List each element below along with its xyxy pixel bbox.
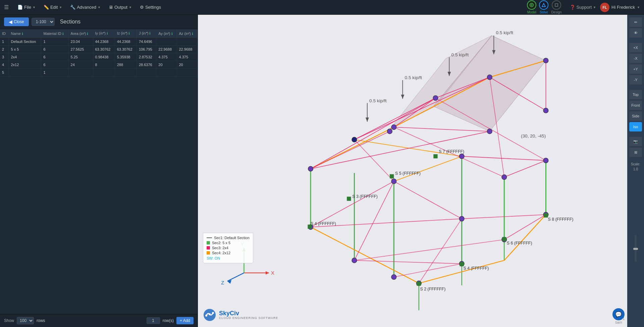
settings-menu[interactable]: ⚙ Settings <box>137 3 164 11</box>
svg-text:S 4 (FFFFFF): S 4 (FFFFFF) <box>311 221 336 226</box>
support-button[interactable]: ❓ Support ▼ <box>570 5 596 10</box>
panel-title: Sections <box>60 19 80 25</box>
edit-menu[interactable]: ✏️ Edit ▼ <box>40 3 65 11</box>
right-toolbar: ✏ 👁 +X -X +Y -Y Top Front Side Iso 📷 ⊞ S… <box>627 15 644 327</box>
svg-rect-3 <box>555 4 558 6</box>
cell-iz: 5.35938 <box>115 53 137 61</box>
add-button[interactable]: + Add <box>176 317 194 324</box>
svg-line-22 <box>394 156 462 181</box>
j-info-icon[interactable]: ℹ <box>149 32 151 35</box>
cell-area <box>68 69 93 76</box>
hamburger-menu[interactable]: ☰ <box>4 4 9 10</box>
cell-mat: 1 <box>41 38 68 46</box>
chat-button[interactable]: 💬 <box>612 308 625 320</box>
cell-iz: 63.30762 <box>115 46 137 53</box>
svg-point-68 <box>387 129 392 134</box>
plus-y-button[interactable]: +Y <box>629 64 642 74</box>
plus-x-button[interactable]: +X <box>629 43 642 52</box>
cell-name: 5 x 5 <box>9 46 41 53</box>
advanced-menu[interactable]: 🔧 Advanced ▼ <box>67 3 104 11</box>
eye-tool-button[interactable]: 👁 <box>629 28 642 38</box>
rows-per-page-selector[interactable]: 100 <box>17 317 34 324</box>
scale-label: Scale: <box>631 162 640 166</box>
svg-point-76 <box>352 258 357 263</box>
col-area: Area (in²) ℹ <box>68 29 93 38</box>
table-row[interactable]: 32x465.250.984385.359382.875324.3754.375 <box>0 53 198 61</box>
range-selector[interactable]: 1-100 <box>32 18 55 26</box>
svg-rect-89 <box>544 213 548 217</box>
row-number-input[interactable] <box>147 317 160 324</box>
iy-info-icon[interactable]: ℹ <box>107 32 108 35</box>
mat-info-icon[interactable]: ℹ <box>62 32 64 36</box>
svg-line-25 <box>311 131 390 169</box>
svg-point-65 <box>487 75 492 80</box>
iso-view-button[interactable]: Iso <box>629 122 642 131</box>
cell-id: 4 <box>0 61 9 69</box>
svg-text:S 4 (FFFFFF): S 4 (FFFFFF) <box>464 266 489 271</box>
grid-button[interactable]: ⊞ <box>629 148 642 157</box>
cell-id: 2 <box>0 46 9 53</box>
cell-mat: 1 <box>41 69 68 76</box>
cell-name <box>9 69 41 76</box>
output-menu[interactable]: 🖥 Output ▼ <box>105 3 135 11</box>
file-menu[interactable]: 📄 File ▼ <box>14 3 39 11</box>
svg-point-73 <box>459 216 464 221</box>
table-row[interactable]: 25 x 5627.562563.3076263.30762106.79522.… <box>0 46 198 53</box>
avatar: FL <box>600 3 609 12</box>
cell-ay <box>156 38 177 46</box>
minus-y-button[interactable]: -Y <box>629 75 642 85</box>
cell-id: 5 <box>0 69 9 76</box>
panel-header: ◀ Close 1-100 Sections <box>0 15 198 29</box>
svg-line-20 <box>504 215 546 261</box>
iz-info-icon[interactable]: ℹ <box>128 32 130 35</box>
user-button[interactable]: FL Hi Frederick ▼ <box>600 3 640 12</box>
svg-text:S 7 (FFFFFF): S 7 (FFFFFF) <box>439 149 464 154</box>
cell-j: 106.795 <box>137 46 156 53</box>
file-arrow: ▼ <box>33 6 36 9</box>
bottom-bar: Show 100 rows row(s) + Add <box>0 314 198 327</box>
az-info-icon[interactable]: ℹ <box>192 32 193 36</box>
model-mode-btn[interactable]: Model <box>527 0 536 14</box>
svg-point-109 <box>205 315 207 317</box>
svg-line-23 <box>311 98 435 169</box>
table-row[interactable]: 1Default Section123.0444.236844.236874.6… <box>0 38 198 46</box>
pencil-tool-button[interactable]: ✏ <box>629 17 642 27</box>
svg-text:X: X <box>271 270 274 276</box>
top-navigation: ☰ 📄 File ▼ ✏️ Edit ▼ 🔧 Advanced ▼ 🖥 Outp… <box>0 0 644 15</box>
svg-point-74 <box>543 158 548 163</box>
top-view-button[interactable]: Top <box>629 90 642 99</box>
cell-ay: 4.375 <box>156 53 177 61</box>
svg-point-70 <box>543 108 548 113</box>
svg-point-72 <box>391 179 396 184</box>
chat-icon: 💬 <box>615 311 622 318</box>
cell-az: 22.9688 <box>177 46 198 53</box>
side-view-button[interactable]: Side <box>629 111 642 121</box>
name-info-icon[interactable]: ℹ <box>22 32 23 36</box>
solve-mode-btn[interactable]: Solve <box>539 0 548 14</box>
svg-rect-88 <box>502 237 506 241</box>
ay-info-icon[interactable]: ℹ <box>171 32 173 36</box>
legend-dot-sec2 <box>207 241 210 244</box>
svg-line-41 <box>504 215 546 239</box>
viewport[interactable]: 0.5 kip/ft 0.5 kip/ft 0.5 kip/ft 0.5 kip… <box>198 15 644 327</box>
output-arrow: ▼ <box>129 6 132 9</box>
svg-point-77 <box>391 275 396 280</box>
rows-suffix: rows <box>37 318 45 323</box>
area-info-icon[interactable]: ℹ <box>87 32 88 36</box>
svg-text:0.5 kip/ft: 0.5 kip/ft <box>405 75 422 80</box>
table-row[interactable]: 51 <box>0 69 198 76</box>
sections-table-container[interactable]: ID Name ℹ Material ID ℹ Area (in²) ℹ Iy … <box>0 29 198 314</box>
svg-marker-100 <box>266 271 269 275</box>
table-row[interactable]: 42x12624828828.63762020 <box>0 61 198 69</box>
close-button[interactable]: ◀ Close <box>4 17 29 26</box>
minus-x-button[interactable]: -X <box>629 54 642 63</box>
legend-item-sec4: Sec4: 2x12 <box>207 251 250 255</box>
svg-point-1 <box>531 4 532 6</box>
design-mode-btn[interactable]: Design <box>551 0 561 14</box>
cell-j: 28.6376 <box>137 61 156 69</box>
scale-thumb[interactable] <box>633 248 638 250</box>
cell-iz <box>115 69 137 76</box>
front-view-button[interactable]: Front <box>629 101 642 110</box>
camera-button[interactable]: 📷 <box>629 137 642 146</box>
show-label: Show <box>4 318 14 323</box>
